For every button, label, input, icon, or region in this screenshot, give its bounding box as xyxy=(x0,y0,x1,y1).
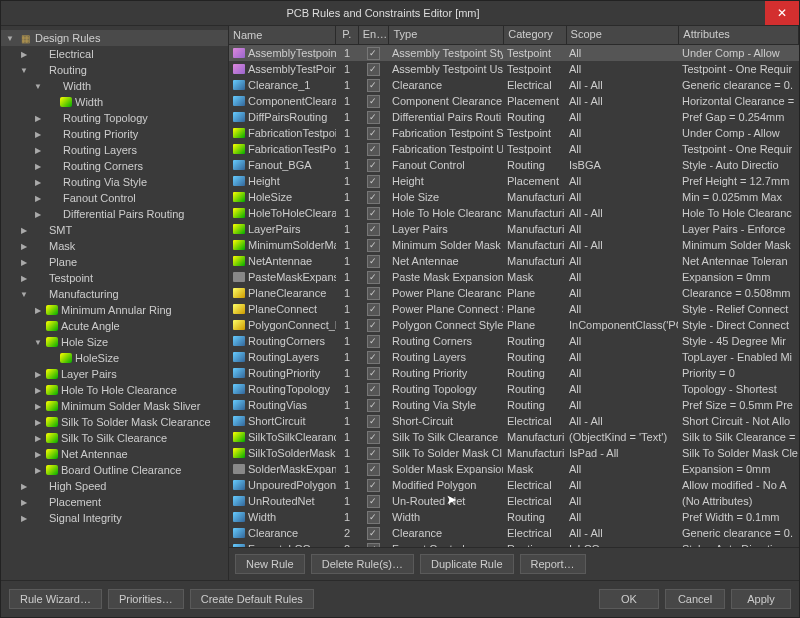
cell-enabled[interactable]: ✓ xyxy=(358,269,388,285)
cell-enabled[interactable]: ✓ xyxy=(358,477,388,493)
cell-enabled[interactable]: ✓ xyxy=(358,61,388,77)
checkbox-icon[interactable]: ✓ xyxy=(367,239,380,252)
tree-item[interactable]: ▼Routing xyxy=(1,62,228,78)
tree-item[interactable]: ▶Board Outline Clearance xyxy=(1,462,228,478)
cell-enabled[interactable]: ✓ xyxy=(358,285,388,301)
expander-icon[interactable]: ▶ xyxy=(19,258,29,267)
expander-icon[interactable]: ▶ xyxy=(33,450,43,459)
table-row[interactable]: Height1✓HeightPlacementAllPref Height = … xyxy=(229,173,799,189)
tree-item[interactable]: ▶Hole To Hole Clearance xyxy=(1,382,228,398)
table-row[interactable]: UnRoutedNet1✓Un-Routed NetElectricalAll(… xyxy=(229,493,799,509)
table-row[interactable]: RoutingVias1✓Routing Via StyleRoutingAll… xyxy=(229,397,799,413)
col-category[interactable]: Category xyxy=(504,26,566,44)
checkbox-icon[interactable]: ✓ xyxy=(367,463,380,476)
checkbox-icon[interactable]: ✓ xyxy=(367,223,380,236)
table-row[interactable]: HoleSize1✓Hole SizeManufacturinAllMin = … xyxy=(229,189,799,205)
checkbox-icon[interactable]: ✓ xyxy=(367,207,380,220)
tree-item[interactable]: Acute Angle xyxy=(1,318,228,334)
tree-item[interactable]: Width xyxy=(1,94,228,110)
expander-icon[interactable]: ▶ xyxy=(33,370,43,379)
delete-rule-button[interactable]: Delete Rule(s)… xyxy=(311,554,414,574)
tree-item[interactable]: ▶Fanout Control xyxy=(1,190,228,206)
expander-icon[interactable]: ▼ xyxy=(19,66,29,75)
expander-icon[interactable]: ▶ xyxy=(19,242,29,251)
col-type[interactable]: Type xyxy=(389,26,504,44)
checkbox-icon[interactable]: ✓ xyxy=(367,127,380,140)
checkbox-icon[interactable]: ✓ xyxy=(367,303,380,316)
expander-icon[interactable]: ▶ xyxy=(19,50,29,59)
tree-item[interactable]: ▼Hole Size xyxy=(1,334,228,350)
checkbox-icon[interactable]: ✓ xyxy=(367,111,380,124)
checkbox-icon[interactable]: ✓ xyxy=(367,143,380,156)
grid-body[interactable]: AssemblyTestpoint1✓Assembly Testpoint St… xyxy=(229,45,799,547)
close-button[interactable]: ✕ xyxy=(765,1,799,25)
table-row[interactable]: HoleToHoleClearan1✓Hole To Hole Clearanc… xyxy=(229,205,799,221)
expander-icon[interactable]: ▶ xyxy=(33,146,43,155)
expander-icon[interactable]: ▶ xyxy=(33,194,43,203)
cell-enabled[interactable]: ✓ xyxy=(358,93,388,109)
tree-item[interactable]: ▶High Speed xyxy=(1,478,228,494)
checkbox-icon[interactable]: ✓ xyxy=(367,527,380,540)
expander-icon[interactable]: ▶ xyxy=(19,226,29,235)
table-row[interactable]: RoutingPriority1✓Routing PriorityRouting… xyxy=(229,365,799,381)
table-row[interactable]: AssemblyTestpoint1✓Assembly Testpoint St… xyxy=(229,45,799,61)
checkbox-icon[interactable]: ✓ xyxy=(367,255,380,268)
cell-enabled[interactable]: ✓ xyxy=(358,189,388,205)
cell-enabled[interactable]: ✓ xyxy=(358,205,388,221)
checkbox-icon[interactable]: ✓ xyxy=(367,415,380,428)
tree-item[interactable]: ▶Routing Priority xyxy=(1,126,228,142)
cell-enabled[interactable]: ✓ xyxy=(358,141,388,157)
tree-item[interactable]: ▶Silk To Solder Mask Clearance xyxy=(1,414,228,430)
tree-item[interactable]: ▶Layer Pairs xyxy=(1,366,228,382)
cell-enabled[interactable]: ✓ xyxy=(358,493,388,509)
expander-icon[interactable]: ▼ xyxy=(33,338,43,347)
cancel-button[interactable]: Cancel xyxy=(665,589,725,609)
tree-item[interactable]: HoleSize xyxy=(1,350,228,366)
cell-enabled[interactable]: ✓ xyxy=(358,157,388,173)
expander-icon[interactable]: ▶ xyxy=(33,114,43,123)
cell-enabled[interactable]: ✓ xyxy=(358,397,388,413)
cell-enabled[interactable]: ✓ xyxy=(358,445,388,461)
col-priority[interactable]: P. xyxy=(336,26,359,44)
tree-item[interactable]: ▶Minimum Annular Ring xyxy=(1,302,228,318)
checkbox-icon[interactable]: ✓ xyxy=(367,479,380,492)
checkbox-icon[interactable]: ✓ xyxy=(367,175,380,188)
expander-icon[interactable]: ▶ xyxy=(19,482,29,491)
rule-wizard-button[interactable]: Rule Wizard… xyxy=(9,589,102,609)
tree-item[interactable]: ▶Plane xyxy=(1,254,228,270)
table-row[interactable]: NetAntennae1✓Net AntennaeManufacturinAll… xyxy=(229,253,799,269)
new-rule-button[interactable]: New Rule xyxy=(235,554,305,574)
expander-icon[interactable]: ▶ xyxy=(33,178,43,187)
tree-item[interactable]: ▶Testpoint xyxy=(1,270,228,286)
table-row[interactable]: SilkToSilkClearance_1✓Silk To Silk Clear… xyxy=(229,429,799,445)
expander-icon[interactable]: ▶ xyxy=(33,418,43,427)
cell-enabled[interactable]: ✓ xyxy=(358,45,388,61)
checkbox-icon[interactable]: ✓ xyxy=(367,383,380,396)
cell-enabled[interactable]: ✓ xyxy=(358,317,388,333)
expander-icon[interactable]: ▼ xyxy=(19,290,29,299)
tree-item[interactable]: ▶Routing Topology xyxy=(1,110,228,126)
cell-enabled[interactable]: ✓ xyxy=(358,125,388,141)
table-row[interactable]: UnpouredPolygon1✓Modified PolygonElectri… xyxy=(229,477,799,493)
tree-item[interactable]: ▶Routing Via Style xyxy=(1,174,228,190)
tree-item[interactable]: ▶Mask xyxy=(1,238,228,254)
tree-item[interactable]: ▼▦Design Rules xyxy=(1,30,228,46)
col-enabled[interactable]: En… xyxy=(359,26,390,44)
table-row[interactable]: RoutingLayers1✓Routing LayersRoutingAllT… xyxy=(229,349,799,365)
table-row[interactable]: DiffPairsRouting1✓Differential Pairs Rou… xyxy=(229,109,799,125)
create-default-rules-button[interactable]: Create Default Rules xyxy=(190,589,314,609)
checkbox-icon[interactable]: ✓ xyxy=(367,271,380,284)
table-row[interactable]: RoutingCorners1✓Routing CornersRoutingAl… xyxy=(229,333,799,349)
cell-enabled[interactable]: ✓ xyxy=(358,509,388,525)
tree-item[interactable]: ▶Electrical xyxy=(1,46,228,62)
checkbox-icon[interactable]: ✓ xyxy=(367,351,380,364)
checkbox-icon[interactable]: ✓ xyxy=(367,399,380,412)
table-row[interactable]: FabricationTestPoin1✓Fabrication Testpoi… xyxy=(229,141,799,157)
cell-enabled[interactable]: ✓ xyxy=(358,381,388,397)
rules-tree[interactable]: ▼▦Design Rules▶Electrical▼Routing▼WidthW… xyxy=(1,26,229,580)
checkbox-icon[interactable]: ✓ xyxy=(367,63,380,76)
tree-item[interactable]: ▶Differential Pairs Routing xyxy=(1,206,228,222)
table-row[interactable]: PolygonConnect_PC1✓Polygon Connect Style… xyxy=(229,317,799,333)
table-row[interactable]: MinimumSolderMas1✓Minimum Solder MaskMan… xyxy=(229,237,799,253)
checkbox-icon[interactable]: ✓ xyxy=(367,319,380,332)
